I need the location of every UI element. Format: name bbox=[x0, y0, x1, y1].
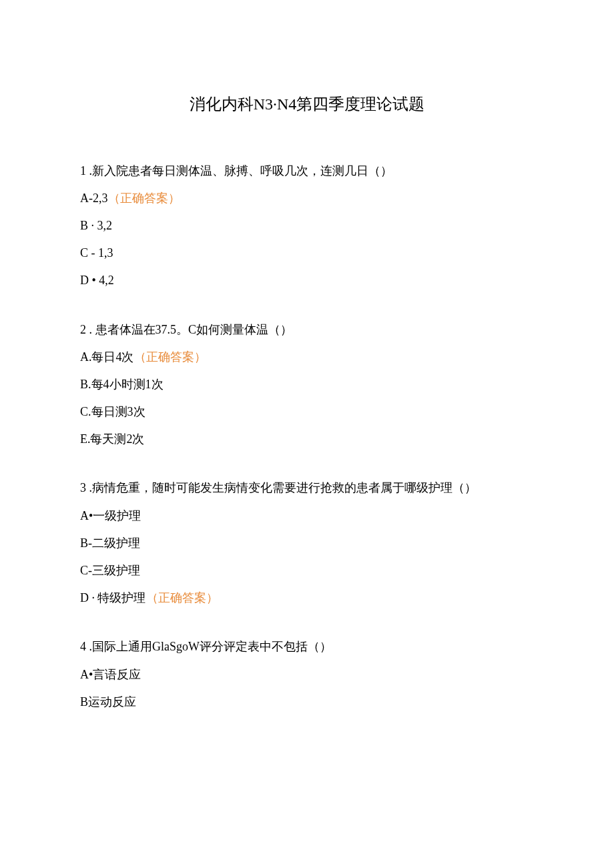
question-3: 3 .病情危重，随时可能发生病情变化需要进行抢救的患者属于哪级护理（） A•一级… bbox=[80, 480, 534, 606]
option-a: A.每日4次（正确答案） bbox=[80, 349, 534, 366]
option-d: D · 特级护理（正确答案） bbox=[80, 590, 534, 606]
correct-answer-marker: （正确答案） bbox=[134, 350, 206, 364]
option-d: D • 4,2 bbox=[80, 272, 534, 289]
option-c: C - 1,3 bbox=[80, 245, 534, 262]
correct-answer-marker: （正确答案） bbox=[108, 191, 180, 205]
option-a: A•一级护理 bbox=[80, 508, 534, 524]
question-text: 3 .病情危重，随时可能发生病情变化需要进行抢救的患者属于哪级护理（） bbox=[80, 480, 534, 496]
question-text: 1 .新入院患者每日测体温、脉搏、呼吸几次，连测几日（） bbox=[80, 163, 534, 179]
option-a: A-2,3（正确答案） bbox=[80, 190, 534, 207]
question-1: 1 .新入院患者每日测体温、脉搏、呼吸几次，连测几日（） A-2,3（正确答案）… bbox=[80, 163, 534, 290]
page-title: 消化内科N3·N4第四季度理论试题 bbox=[80, 93, 534, 116]
option-b: B-二级护理 bbox=[80, 535, 534, 552]
option-b: B · 3,2 bbox=[80, 218, 534, 234]
option-b: B.每4小时测1次 bbox=[80, 376, 534, 393]
option-a: A•言语反应 bbox=[80, 667, 534, 683]
option-b: B运动反应 bbox=[80, 694, 534, 711]
option-e: E.每天测2次 bbox=[80, 431, 534, 448]
option-a-label: A.每日4次 bbox=[80, 350, 134, 364]
option-c: C.每日测3次 bbox=[80, 404, 534, 420]
question-text: 4 .国际上通用GlaSgoW评分评定表中不包括（） bbox=[80, 638, 534, 655]
option-d-label: D · 特级护理 bbox=[80, 591, 146, 604]
question-4: 4 .国际上通用GlaSgoW评分评定表中不包括（） A•言语反应 B运动反应 bbox=[80, 638, 534, 711]
correct-answer-marker: （正确答案） bbox=[146, 591, 218, 604]
option-a-label: A-2,3 bbox=[80, 191, 108, 205]
question-text: 2 . 患者体温在37.5。C如何测量体温（） bbox=[80, 322, 534, 338]
option-c: C-三级护理 bbox=[80, 562, 534, 579]
question-2: 2 . 患者体温在37.5。C如何测量体温（） A.每日4次（正确答案） B.每… bbox=[80, 322, 534, 448]
